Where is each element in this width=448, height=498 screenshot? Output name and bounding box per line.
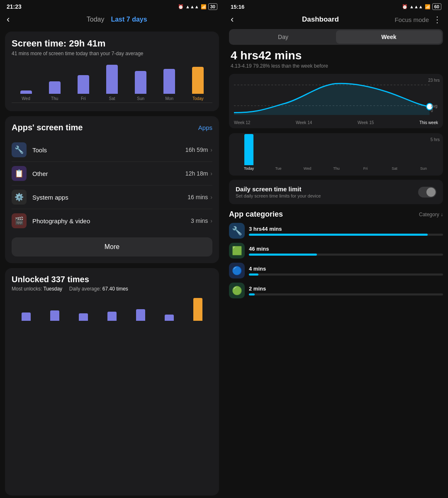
right-time: 15:16 — [231, 4, 244, 10]
bar-column: Fri — [78, 75, 89, 101]
left-status-bar: 21:23 ⏰ ▲▲▲ 📶 30 — [0, 0, 224, 12]
app-item[interactable]: 🎬 Photography & video 3 mins › — [12, 209, 212, 232]
cat-info: 4 mins — [249, 266, 443, 276]
cat-bar-fill — [249, 234, 428, 236]
apps-link[interactable]: Apps — [198, 124, 212, 131]
unlocked-card: Unlocked 337 times Most unlocks: Tuesday… — [5, 268, 219, 496]
right-battery-icon: 60 — [432, 3, 441, 10]
today-tab[interactable]: Today — [87, 16, 105, 23]
app-icon: 🔧 — [12, 142, 27, 157]
bar — [49, 81, 61, 94]
cat-sort[interactable]: Category ↓ — [419, 212, 443, 217]
bar-label: Fri — [81, 96, 86, 101]
cat-item[interactable]: 🟩 46 mins — [229, 243, 443, 259]
apps-screen-time-card: Apps' screen time Apps 🔧 Tools 16h 59m ›… — [5, 116, 219, 263]
signal-icon: ▲▲▲ — [185, 4, 199, 9]
cat-items-list: 🔧 3 hrs44 mins 🟩 46 mins 🔵 4 mins — [229, 223, 443, 298]
app-icon: 🎬 — [12, 213, 27, 228]
most-unlocks-day: Tuesday — [43, 286, 62, 292]
small-bar-column: Sun — [419, 165, 428, 171]
day-tab[interactable]: Day — [230, 30, 336, 44]
bar-column: Wed — [20, 90, 32, 101]
week-tab[interactable]: Week — [336, 30, 442, 44]
battery-icon: 30 — [208, 3, 217, 10]
app-item[interactable]: 📋 Other 12h 18m › — [12, 162, 212, 186]
cat-bar-bg — [249, 234, 443, 236]
app-name: Photography & video — [32, 217, 191, 225]
mini-bar — [22, 312, 31, 321]
limit-toggle[interactable] — [418, 187, 436, 198]
screen-time-subtitle: 41 mins more of screen time today than y… — [12, 51, 212, 56]
daily-limit-card: Daily screen time limit Set daily screen… — [229, 180, 443, 204]
left-nav-title: Today Last 7 days — [16, 16, 217, 23]
small-bar-max-label: 5 hrs — [431, 137, 440, 142]
cat-info: 2 mins — [249, 286, 443, 295]
mini-bar — [136, 309, 145, 321]
left-time: 21:23 — [7, 3, 22, 10]
small-bar-label: Sat — [392, 166, 397, 171]
week-label: Week 14 — [296, 120, 312, 125]
limit-title: Daily screen time limit — [236, 186, 418, 193]
week-label: Week 12 — [234, 120, 250, 125]
small-bar-column: Sat — [390, 165, 399, 171]
chevron-icon: › — [210, 146, 212, 153]
cat-item[interactable]: 🔧 3 hrs44 mins — [229, 223, 443, 239]
small-bar-chart: TodayTueWedThuFriSatSun — [234, 139, 438, 172]
week-label: This week — [419, 120, 438, 125]
bar-column: Thu — [49, 81, 61, 101]
cat-bar-fill — [249, 293, 255, 295]
alarm-icon: ⏰ — [178, 4, 184, 10]
bar — [78, 75, 89, 94]
right-main-stats: 4 hrs42 mins 4.13-4.19 79.28% less than … — [224, 49, 448, 71]
unlocked-mini-chart — [12, 297, 212, 322]
day-week-toggle: Day Week — [229, 29, 443, 45]
left-nav-bar: ‹ Today Last 7 days — [0, 12, 224, 29]
focus-mode-button[interactable]: Focus mode — [394, 16, 429, 23]
small-bar-column: Tue — [274, 165, 283, 171]
mini-bar — [107, 312, 117, 321]
left-back-button[interactable]: ‹ — [7, 14, 13, 25]
more-button[interactable]: More — [12, 237, 212, 256]
right-signal-icon: ▲▲▲ — [409, 4, 423, 9]
cat-bar-fill — [249, 254, 317, 256]
app-item[interactable]: 🔧 Tools 16h 59m › — [12, 138, 212, 162]
app-icon: ⚙️ — [12, 190, 27, 205]
cat-info: 46 mins — [249, 246, 443, 256]
app-item[interactable]: ⚙️ System apps 16 mins › — [12, 186, 212, 209]
app-time: 3 mins — [191, 217, 208, 224]
app-time: 16h 59m — [185, 146, 208, 153]
cat-item[interactable]: 🔵 4 mins — [229, 263, 443, 278]
bar-column: Today — [192, 67, 204, 101]
apps-section-header: Apps' screen time Apps — [12, 123, 212, 132]
weekly-bar-chart: WedThuFriSatSunMonToday — [12, 61, 212, 103]
apps-section-title: Apps' screen time — [12, 123, 83, 132]
app-icon: 📋 — [12, 166, 27, 181]
line-chart-max-label: 23 hrs — [428, 78, 440, 83]
chevron-icon: › — [210, 170, 212, 177]
mini-bar — [79, 313, 88, 321]
cat-time: 46 mins — [249, 246, 443, 252]
bar-label: Sat — [109, 96, 115, 101]
small-bar-section: 5 hrs TodayTueWedThuFriSatSun — [229, 133, 443, 176]
right-main-time: 4 hrs42 mins — [231, 49, 441, 62]
last7days-tab[interactable]: Last 7 days — [111, 16, 147, 23]
week-labels: Week 12Week 14Week 15This week — [234, 120, 438, 125]
bar-column: Sat — [106, 65, 118, 101]
week-label: Week 15 — [358, 120, 374, 125]
unlocked-title: Unlocked 337 times — [12, 275, 212, 284]
right-status-icons: ⏰ ▲▲▲ 📶 60 — [402, 3, 441, 10]
bar — [20, 90, 32, 94]
cat-icon: 🔵 — [229, 263, 245, 278]
bar-label: Thu — [51, 96, 58, 101]
right-alarm-icon: ⏰ — [402, 4, 408, 10]
line-chart-container: 23 hrs Avg 0 Week 12Week 14Week 15This w… — [229, 74, 443, 128]
right-back-button[interactable]: ‹ — [231, 14, 234, 25]
right-more-button[interactable]: ⋮ — [433, 15, 441, 24]
bar-label: Wed — [22, 96, 30, 101]
right-nav-bar: ‹ Dashboard Focus mode ⋮ — [224, 12, 448, 29]
small-bar-column: Fri — [361, 165, 370, 171]
small-bar-label: Sun — [420, 166, 427, 171]
toggle-knob — [426, 188, 436, 197]
cat-item[interactable]: 🟢 2 mins — [229, 283, 443, 298]
cat-time: 4 mins — [249, 266, 443, 272]
